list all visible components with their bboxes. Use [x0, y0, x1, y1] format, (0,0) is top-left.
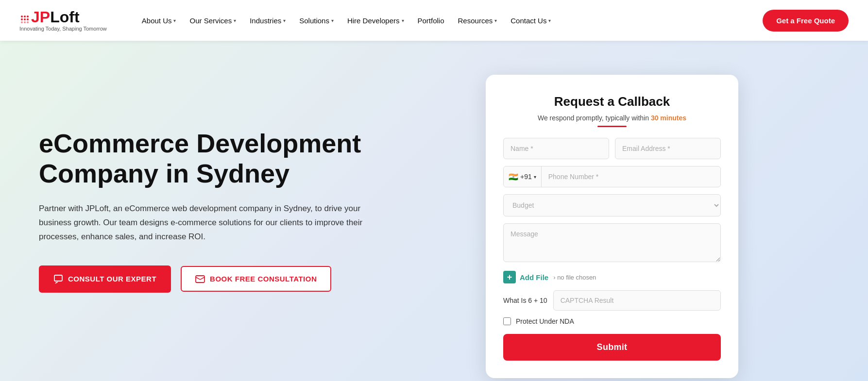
chevron-down-icon: ▾: [173, 18, 176, 23]
submit-button[interactable]: Submit: [503, 334, 721, 361]
hero-title: eCommerce Development Company in Sydney: [39, 128, 457, 188]
nav-item-portfolio[interactable]: Portfolio: [412, 13, 450, 29]
chevron-down-icon: ▾: [402, 18, 404, 23]
nav-item-industries[interactable]: Industries ▾: [244, 13, 291, 29]
book-consultation-button[interactable]: BOOK FREE CONSULTATION: [181, 266, 331, 292]
svg-rect-10: [196, 276, 204, 282]
svg-point-1: [24, 16, 26, 17]
chevron-down-icon: ▾: [234, 18, 236, 23]
india-flag-icon: 🇮🇳: [509, 172, 518, 182]
file-chosen-label: › no file chosen: [553, 274, 596, 281]
chevron-down-icon: ▾: [494, 18, 497, 23]
svg-point-6: [21, 21, 23, 23]
nda-row: Protect Under NDA: [503, 317, 721, 325]
form-subtitle: We respond promptly, typically within 30…: [503, 114, 721, 122]
phone-flag-selector[interactable]: 🇮🇳 +91 ▾: [504, 166, 542, 187]
name-group: [503, 138, 609, 159]
consult-button[interactable]: CONSULT OUR EXPERT: [39, 265, 171, 293]
svg-point-0: [21, 16, 23, 17]
captcha-input[interactable]: [553, 290, 721, 311]
svg-rect-9: [54, 275, 62, 281]
svg-point-8: [27, 21, 29, 23]
svg-point-2: [27, 16, 29, 17]
captcha-label: What Is 6 + 10: [503, 297, 547, 304]
navbar: JPLoft Innovating Today, Shaping Tomorro…: [0, 0, 868, 41]
svg-point-7: [24, 21, 26, 23]
name-email-row: [503, 138, 721, 159]
file-bracket: ›: [553, 274, 557, 281]
file-upload-row: + Add File › no file chosen: [503, 271, 721, 283]
logo[interactable]: JPLoft Innovating Today, Shaping Tomorro…: [19, 9, 107, 32]
nav-item-contact[interactable]: Contact Us ▾: [505, 13, 557, 29]
chevron-down-icon: ▾: [548, 18, 551, 23]
nav-item-resources[interactable]: Resources ▾: [452, 13, 503, 29]
email-input[interactable]: [615, 138, 721, 159]
nav-item-about[interactable]: About Us ▾: [136, 13, 182, 29]
form-title: Request a Callback: [503, 94, 721, 109]
phone-row: 🇮🇳 +91 ▾: [503, 166, 721, 187]
hero-left: eCommerce Development Company in Sydney …: [39, 70, 457, 293]
nav-links: About Us ▾ Our Services ▾ Industries ▾ S…: [136, 13, 755, 29]
add-file-button[interactable]: + Add File: [503, 271, 548, 283]
hero-section: eCommerce Development Company in Sydney …: [0, 41, 868, 381]
email-group: [615, 138, 721, 159]
svg-point-3: [21, 18, 23, 20]
logo-text: JPLoft: [19, 9, 107, 25]
nav-item-solutions[interactable]: Solutions ▾: [293, 13, 340, 29]
add-file-icon: +: [503, 271, 516, 283]
logo-tagline: Innovating Today, Shaping Tomorrow: [19, 26, 107, 32]
chevron-down-icon: ▾: [331, 18, 334, 23]
svg-point-4: [24, 18, 26, 20]
nda-label: Protect Under NDA: [516, 317, 574, 325]
budget-select[interactable]: Budget Less than $5,000 $5,000 - $10,000…: [503, 194, 721, 216]
chevron-down-icon: ▾: [534, 174, 536, 180]
nav-item-hire[interactable]: Hire Developers ▾: [341, 13, 410, 29]
free-quote-button[interactable]: Get a Free Quote: [763, 10, 849, 32]
hero-description: Partner with JPLoft, an eCommerce web de…: [39, 202, 369, 244]
nav-item-services[interactable]: Our Services ▾: [184, 13, 242, 29]
callback-form: Request a Callback We respond promptly, …: [486, 75, 738, 378]
message-textarea[interactable]: [503, 223, 721, 262]
chat-icon: [53, 274, 63, 284]
name-input[interactable]: [503, 138, 609, 159]
hero-buttons: CONSULT OUR EXPERT BOOK FREE CONSULTATIO…: [39, 265, 457, 293]
nda-checkbox[interactable]: [503, 317, 511, 325]
svg-point-5: [27, 18, 29, 20]
chevron-down-icon: ▾: [283, 18, 286, 23]
captcha-row: What Is 6 + 10: [503, 290, 721, 311]
form-underline-decoration: [597, 126, 627, 127]
phone-input[interactable]: [542, 166, 720, 187]
email-icon: [195, 275, 205, 283]
